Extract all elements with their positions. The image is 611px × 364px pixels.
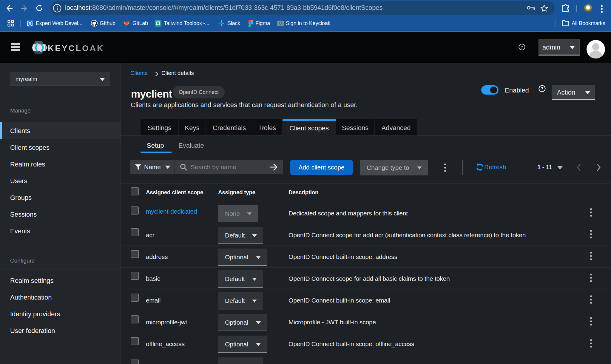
svg-text:?: ?: [541, 86, 543, 91]
svg-text:?: ?: [521, 45, 523, 50]
